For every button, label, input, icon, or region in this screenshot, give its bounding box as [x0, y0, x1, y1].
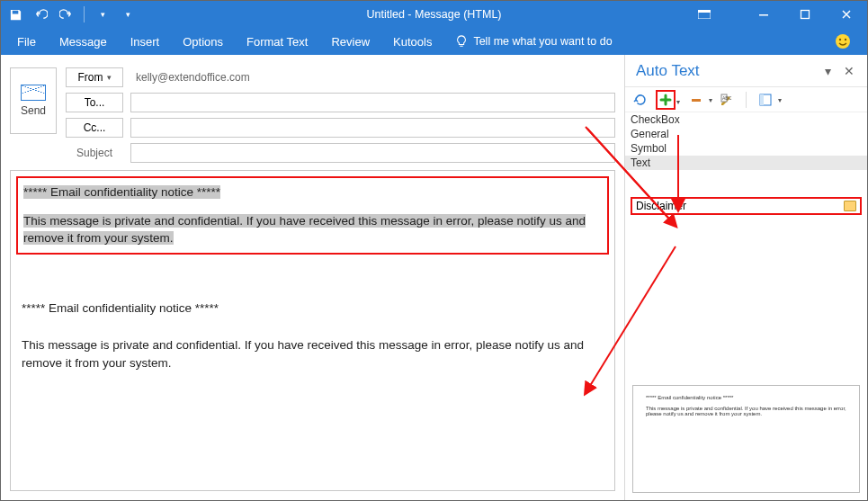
svg-rect-1 [698, 10, 711, 13]
edit-icon[interactable]: ABC [717, 90, 737, 110]
pane-options-icon[interactable]: ▾ [817, 60, 838, 82]
to-input[interactable] [130, 93, 615, 112]
svg-point-6 [845, 39, 846, 40]
ribbon-display-options[interactable] [684, 1, 725, 28]
refresh-icon[interactable] [631, 90, 650, 110]
autotext-pane: Auto Text ▾ ✕ ▾ ▾ ABC ▾ [624, 55, 867, 500]
notice-text-selected: This message is private and confidential… [23, 214, 586, 246]
window-controls [684, 1, 867, 28]
add-autotext-button[interactable]: ▾ [656, 90, 676, 110]
autotext-pane-title: Auto Text [632, 62, 817, 80]
to-button[interactable]: To... [66, 93, 123, 112]
pane-icon[interactable]: ▾ [756, 90, 775, 110]
category-text[interactable]: Text [625, 156, 867, 170]
subject-label: Subject [66, 147, 123, 159]
autotext-toolbar: ▾ ▾ ABC ▾ [625, 87, 867, 112]
svg-point-5 [839, 39, 841, 40]
svg-text:ABC: ABC [722, 95, 732, 101]
tell-me-label: Tell me what you want to do [473, 35, 612, 48]
notice-title-plain: ***** Email confidentiality notice ***** [22, 300, 604, 318]
tab-kutools[interactable]: Kutools [393, 35, 432, 49]
cc-button[interactable]: Cc... [66, 118, 123, 138]
qat-overflow-icon[interactable]: ▾ [119, 5, 137, 23]
tab-review[interactable]: Review [331, 35, 370, 49]
category-general[interactable]: General [625, 127, 867, 141]
subject-input[interactable] [130, 143, 615, 163]
svg-point-4 [836, 34, 850, 49]
minimize-button[interactable] [743, 1, 784, 28]
save-icon[interactable] [6, 5, 24, 23]
preview-text: This message is private and confidential… [646, 406, 846, 416]
redo-icon[interactable] [57, 5, 75, 23]
compose-area: Send From kelly@extendoffice.com To... C… [1, 55, 624, 500]
entry-icon [844, 201, 856, 211]
autotext-entry-label: Disclaimer [636, 200, 686, 212]
window-title: Untitled - Message (HTML) [366, 8, 501, 21]
feedback-smile-icon[interactable] [835, 33, 851, 49]
maximize-button[interactable] [784, 1, 826, 28]
lightbulb-icon [455, 35, 468, 48]
tab-insert[interactable]: Insert [130, 35, 160, 49]
plain-notice-block: ***** Email confidentiality notice *****… [22, 300, 604, 372]
tell-me-search[interactable]: Tell me what you want to do [455, 35, 612, 48]
cc-input[interactable] [130, 118, 615, 138]
title-bar: ▾ ▾ Untitled - Message (HTML) [1, 1, 867, 28]
category-symbol[interactable]: Symbol [625, 141, 867, 156]
from-button[interactable]: From [66, 67, 123, 87]
svg-rect-7 [692, 99, 701, 102]
category-checkbox[interactable]: CheckBox [625, 112, 867, 127]
message-body-editor[interactable]: ***** Email confidentiality notice *****… [10, 170, 615, 491]
tab-message[interactable]: Message [59, 35, 107, 49]
close-button[interactable] [826, 1, 867, 28]
selected-text-highlight-box: ***** Email confidentiality notice *****… [16, 176, 609, 255]
qat-customize-icon[interactable]: ▾ [94, 5, 112, 23]
undo-icon[interactable] [31, 5, 49, 23]
envelope-icon [21, 85, 46, 101]
tab-format-text[interactable]: Format Text [246, 35, 308, 49]
notice-text-plain: This message is private and confidential… [22, 336, 604, 371]
remove-icon[interactable]: ▾ [686, 90, 706, 110]
send-button[interactable]: Send [10, 67, 57, 134]
from-value: kelly@extendoffice.com [130, 67, 615, 87]
pane-close-icon[interactable]: ✕ [838, 60, 860, 82]
notice-title-selected: ***** Email confidentiality notice ***** [23, 185, 220, 199]
svg-rect-3 [801, 11, 810, 19]
tab-file[interactable]: File [17, 35, 36, 49]
svg-rect-11 [760, 94, 764, 105]
autotext-entry-disclaimer[interactable]: Disclaimer [631, 197, 862, 215]
quick-access-toolbar: ▾ ▾ [1, 5, 137, 23]
send-label: Send [21, 104, 46, 117]
preview-title: ***** Email confidentiality notice ***** [646, 395, 846, 400]
tab-options[interactable]: Options [183, 35, 223, 49]
svg-rect-2 [759, 14, 768, 16]
ribbon-tabs: File Message Insert Options Format Text … [1, 28, 867, 55]
autotext-category-list: CheckBox General Symbol Text [625, 112, 867, 170]
autotext-preview: ***** Email confidentiality notice *****… [632, 385, 860, 493]
